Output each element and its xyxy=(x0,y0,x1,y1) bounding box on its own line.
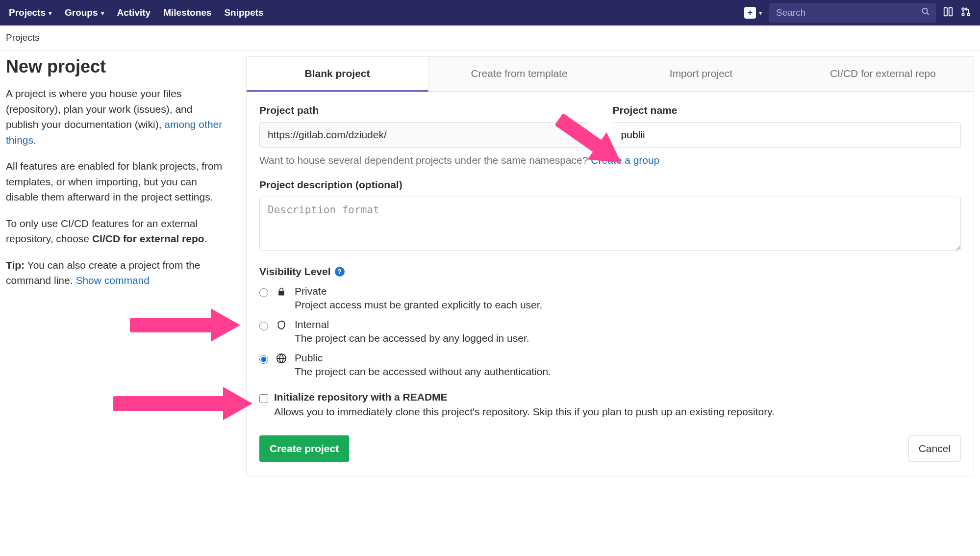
breadcrumb: Projects xyxy=(0,25,980,51)
merge-requests-icon[interactable] xyxy=(960,6,971,20)
visibility-private-radio[interactable] xyxy=(259,288,268,297)
page-title: New project xyxy=(6,56,226,77)
visibility-internal-radio[interactable] xyxy=(259,322,268,330)
svg-point-5 xyxy=(962,13,964,16)
plus-icon: + xyxy=(744,7,756,19)
tab-create-template[interactable]: Create from template xyxy=(428,57,610,92)
project-path-label: Project path xyxy=(259,104,589,116)
project-path-input[interactable] xyxy=(259,122,589,148)
project-name-label: Project name xyxy=(613,104,961,116)
nav-groups-label: Groups xyxy=(65,7,98,18)
tab-cicd-external[interactable]: CI/CD for external repo xyxy=(792,57,974,92)
nav-snippets[interactable]: Snippets xyxy=(224,7,263,18)
globe-icon xyxy=(275,353,288,364)
nav-activity[interactable]: Activity xyxy=(117,7,151,18)
search-icon[interactable] xyxy=(921,7,930,19)
visibility-private-title: Private xyxy=(295,285,542,297)
intro-paragraph: A project is where you house your files … xyxy=(6,86,226,148)
create-group-link[interactable]: Create a group xyxy=(591,154,659,166)
project-description-label: Project description (optional) xyxy=(259,179,961,191)
svg-rect-2 xyxy=(944,7,947,16)
nav-snippets-label: Snippets xyxy=(224,7,263,18)
lock-icon xyxy=(275,286,288,297)
svg-rect-3 xyxy=(949,7,952,16)
tab-import-project[interactable]: Import project xyxy=(610,57,792,92)
issues-icon[interactable] xyxy=(943,6,954,20)
visibility-internal-title: Internal xyxy=(295,319,529,330)
chevron-down-icon: ▾ xyxy=(101,9,104,17)
features-paragraph: All features are enabled for blank proje… xyxy=(6,158,226,205)
nav-milestones[interactable]: Milestones xyxy=(163,7,211,18)
show-command-link[interactable]: Show command xyxy=(75,275,150,286)
project-source-tabs: Blank project Create from template Impor… xyxy=(247,57,974,92)
visibility-level-label: Visibility Level ? xyxy=(259,266,961,278)
top-navbar: Projects ▾ Groups ▾ Activity Milestones … xyxy=(0,0,980,25)
shield-icon xyxy=(275,320,288,330)
cancel-button[interactable]: Cancel xyxy=(908,435,961,462)
initialize-readme-desc: Allows you to immediately clone this pro… xyxy=(274,406,775,418)
svg-point-4 xyxy=(962,8,964,10)
cicd-paragraph: To only use CI/CD features for an extern… xyxy=(6,216,226,247)
svg-point-0 xyxy=(922,8,928,14)
project-description-input[interactable] xyxy=(259,197,961,251)
visibility-public-title: Public xyxy=(295,352,551,364)
namespace-hint: Want to house several dependent projects… xyxy=(259,154,961,166)
visibility-public-desc: The project can be accessed without any … xyxy=(295,366,551,378)
breadcrumb-projects[interactable]: Projects xyxy=(6,32,40,43)
nav-groups[interactable]: Groups ▾ xyxy=(65,7,104,18)
search-input[interactable] xyxy=(769,3,936,23)
nav-projects-label: Projects xyxy=(9,7,46,18)
tip-paragraph: Tip: You can also create a project from … xyxy=(6,257,226,288)
new-dropdown[interactable]: + ▾ xyxy=(744,7,762,19)
project-name-input[interactable] xyxy=(613,122,961,148)
chevron-down-icon: ▾ xyxy=(49,9,52,17)
visibility-private-desc: Project access must be granted explicitl… xyxy=(295,299,542,311)
svg-point-6 xyxy=(967,13,970,16)
nav-projects[interactable]: Projects ▾ xyxy=(9,7,52,18)
help-icon[interactable]: ? xyxy=(335,267,345,277)
initialize-readme-label: Initialize repository with a README xyxy=(274,391,775,403)
nav-milestones-label: Milestones xyxy=(163,7,211,18)
visibility-public-radio[interactable] xyxy=(259,355,268,364)
nav-activity-label: Activity xyxy=(117,7,151,18)
tab-blank-project[interactable]: Blank project xyxy=(247,57,428,92)
create-project-button[interactable]: Create project xyxy=(259,435,349,462)
visibility-internal-desc: The project can be accessed by any logge… xyxy=(295,332,529,344)
svg-line-1 xyxy=(927,13,929,15)
initialize-readme-checkbox[interactable] xyxy=(259,394,268,403)
chevron-down-icon: ▾ xyxy=(759,9,762,17)
